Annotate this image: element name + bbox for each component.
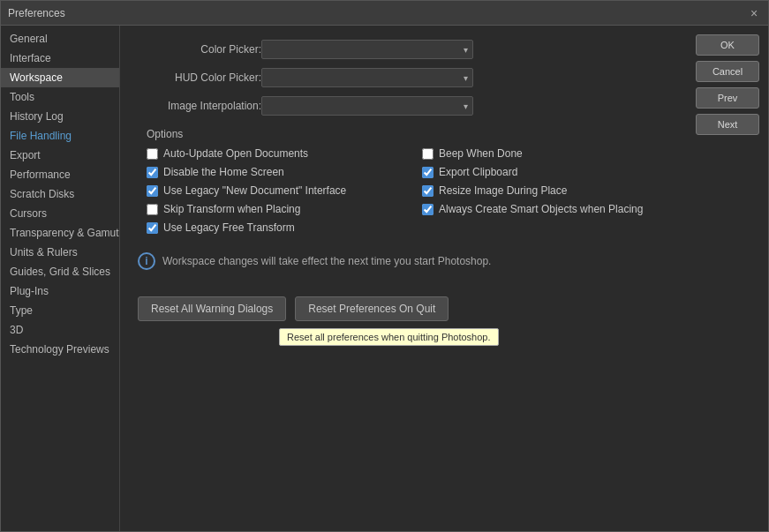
sidebar-item-file-handling[interactable]: File Handling bbox=[1, 126, 119, 146]
checkbox-row-use-legacy-new-doc: Use Legacy "New Document" Interface bbox=[147, 184, 396, 197]
hud-color-picker-label: HUD Color Picker: bbox=[138, 71, 261, 84]
image-interpolation-label: Image Interpolation: bbox=[138, 100, 261, 112]
image-interpolation-row: Image Interpolation: bbox=[138, 96, 671, 116]
sidebar-item-scratch-disks[interactable]: Scratch Disks bbox=[1, 184, 119, 204]
prev-button[interactable]: Prev bbox=[696, 87, 759, 109]
checkbox-row-use-legacy-free-transform: Use Legacy Free Transform bbox=[147, 221, 396, 234]
checkbox-row-beep-when-done: Beep When Done bbox=[422, 147, 671, 160]
checkbox-row-export-clipboard: Export Clipboard bbox=[422, 166, 671, 178]
sidebar-item-3d[interactable]: 3D bbox=[1, 320, 119, 340]
sidebar-item-technology-previews[interactable]: Technology Previews bbox=[1, 340, 119, 359]
info-icon: i bbox=[138, 252, 155, 270]
reset-warnings-button[interactable]: Reset All Warning Dialogs bbox=[138, 296, 286, 321]
checkboxes-grid: Auto-Update Open DocumentsDisable the Ho… bbox=[147, 147, 671, 240]
checkboxes-left: Auto-Update Open DocumentsDisable the Ho… bbox=[147, 147, 396, 240]
title-bar: Preferences × bbox=[1, 1, 768, 26]
info-text: Workspace changes will take effect the n… bbox=[162, 255, 491, 267]
checkbox-row-resize-image: Resize Image During Place bbox=[422, 184, 671, 197]
next-button[interactable]: Next bbox=[696, 114, 759, 135]
checkbox-skip-transform[interactable] bbox=[147, 204, 158, 215]
sidebar-item-workspace[interactable]: Workspace bbox=[1, 68, 119, 87]
cancel-button[interactable]: Cancel bbox=[696, 61, 759, 82]
sidebar-item-tools[interactable]: Tools bbox=[1, 87, 119, 107]
checkbox-label-skip-transform: Skip Transform when Placing bbox=[163, 203, 300, 215]
checkbox-label-resize-image: Resize Image During Place bbox=[439, 184, 567, 197]
image-interpolation-select-wrapper bbox=[261, 96, 473, 116]
sidebar-item-transparency-gamut[interactable]: Transparency & Gamut bbox=[1, 223, 119, 243]
color-picker-select[interactable] bbox=[261, 40, 473, 59]
checkbox-label-always-create-smart: Always Create Smart Objects when Placing bbox=[439, 203, 643, 215]
checkbox-beep-when-done[interactable] bbox=[422, 148, 434, 160]
sidebar-item-export[interactable]: Export bbox=[1, 146, 119, 165]
tooltip: Reset all preferences when quitting Phot… bbox=[279, 328, 499, 346]
close-button[interactable]: × bbox=[747, 6, 761, 20]
ok-button[interactable]: OK bbox=[696, 34, 759, 56]
sidebar-item-guides-grid-slices[interactable]: Guides, Grid & Slices bbox=[1, 262, 119, 281]
checkboxes-right: Beep When DoneExport ClipboardResize Ima… bbox=[422, 147, 671, 240]
sidebar-item-history-log[interactable]: History Log bbox=[1, 107, 119, 126]
window-title: Preferences bbox=[8, 7, 747, 19]
checkbox-use-legacy-free-transform[interactable] bbox=[147, 222, 158, 234]
checkbox-row-disable-home: Disable the Home Screen bbox=[147, 166, 396, 178]
checkbox-resize-image[interactable] bbox=[422, 185, 434, 197]
sidebar-item-units-rulers[interactable]: Units & Rulers bbox=[1, 243, 119, 262]
bottom-buttons: Reset All Warning Dialogs Reset Preferen… bbox=[138, 296, 671, 321]
color-picker-select-wrapper bbox=[261, 40, 473, 59]
checkbox-row-auto-update: Auto-Update Open Documents bbox=[147, 147, 396, 160]
hud-color-picker-row: HUD Color Picker: bbox=[138, 68, 671, 87]
image-interpolation-select[interactable] bbox=[261, 96, 473, 116]
checkbox-export-clipboard[interactable] bbox=[422, 167, 434, 178]
options-label: Options bbox=[147, 128, 671, 140]
checkbox-row-skip-transform: Skip Transform when Placing bbox=[147, 203, 396, 215]
checkbox-label-disable-home: Disable the Home Screen bbox=[163, 166, 284, 178]
checkbox-label-use-legacy-new-doc: Use Legacy "New Document" Interface bbox=[163, 184, 346, 197]
hud-color-picker-select-wrapper bbox=[261, 68, 473, 87]
color-picker-row: Color Picker: bbox=[138, 40, 671, 59]
sidebar-item-plug-ins[interactable]: Plug-Ins bbox=[1, 281, 119, 301]
checkbox-auto-update[interactable] bbox=[147, 148, 158, 160]
checkbox-disable-home[interactable] bbox=[147, 167, 158, 178]
checkbox-use-legacy-new-doc[interactable] bbox=[147, 185, 158, 197]
options-section: Options Auto-Update Open DocumentsDisabl… bbox=[147, 128, 671, 240]
right-panel: OK Cancel Prev Next bbox=[689, 26, 768, 531]
color-picker-label: Color Picker: bbox=[138, 43, 261, 56]
sidebar: GeneralInterfaceWorkspaceToolsHistory Lo… bbox=[1, 26, 120, 531]
sidebar-item-cursors[interactable]: Cursors bbox=[1, 204, 119, 223]
checkbox-label-export-clipboard: Export Clipboard bbox=[439, 166, 517, 178]
sidebar-item-general[interactable]: General bbox=[1, 29, 119, 49]
checkbox-label-use-legacy-free-transform: Use Legacy Free Transform bbox=[163, 221, 295, 234]
sidebar-item-type[interactable]: Type bbox=[1, 301, 119, 320]
info-bar: i Workspace changes will take effect the… bbox=[138, 249, 671, 273]
preferences-window: Preferences × GeneralInterfaceWorkspaceT… bbox=[0, 0, 769, 532]
checkbox-label-beep-when-done: Beep When Done bbox=[439, 147, 523, 160]
sidebar-item-interface[interactable]: Interface bbox=[1, 49, 119, 68]
reset-prefs-button[interactable]: Reset Preferences On Quit bbox=[295, 296, 449, 321]
checkbox-row-always-create-smart: Always Create Smart Objects when Placing bbox=[422, 203, 671, 215]
main-panel: Color Picker: HUD Color Picker: Image In… bbox=[120, 26, 689, 531]
content-area: GeneralInterfaceWorkspaceToolsHistory Lo… bbox=[1, 26, 768, 531]
sidebar-item-performance[interactable]: Performance bbox=[1, 165, 119, 184]
hud-color-picker-select[interactable] bbox=[261, 68, 473, 87]
checkbox-label-auto-update: Auto-Update Open Documents bbox=[163, 147, 308, 160]
checkbox-always-create-smart[interactable] bbox=[422, 204, 434, 215]
